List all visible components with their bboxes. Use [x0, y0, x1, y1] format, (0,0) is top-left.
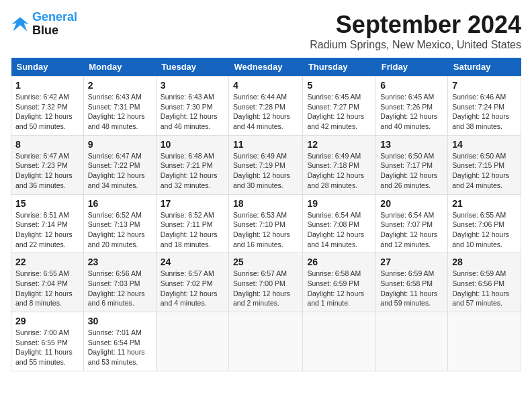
- day-number: 28: [452, 257, 517, 267]
- day-info: Sunrise: 6:48 AM Sunset: 7:21 PM Dayligh…: [161, 151, 224, 191]
- day-number: 29: [15, 316, 79, 326]
- day-info: Sunrise: 6:52 AM Sunset: 7:11 PM Dayligh…: [161, 210, 224, 250]
- calendar-cell: 24 Sunrise: 6:57 AM Sunset: 7:02 PM Dayl…: [156, 253, 228, 312]
- day-number: 4: [233, 80, 298, 91]
- day-info: Sunrise: 6:54 AM Sunset: 7:07 PM Dayligh…: [380, 210, 443, 250]
- calendar-cell: [156, 312, 228, 371]
- day-info: Sunrise: 6:46 AM Sunset: 7:24 PM Dayligh…: [452, 92, 517, 132]
- day-number: 24: [161, 257, 224, 267]
- calendar-cell: 25 Sunrise: 6:57 AM Sunset: 7:00 PM Dayl…: [229, 253, 303, 312]
- calendar-cell: 13 Sunrise: 6:50 AM Sunset: 7:17 PM Dayl…: [376, 135, 448, 194]
- day-number: 6: [380, 80, 443, 91]
- calendar-cell: 7 Sunrise: 6:46 AM Sunset: 7:24 PM Dayli…: [448, 77, 521, 136]
- day-info: Sunrise: 6:45 AM Sunset: 7:27 PM Dayligh…: [307, 92, 371, 132]
- header-friday: Friday: [376, 58, 448, 77]
- calendar-cell: 17 Sunrise: 6:52 AM Sunset: 7:11 PM Dayl…: [156, 194, 228, 253]
- calendar-cell: 5 Sunrise: 6:45 AM Sunset: 7:27 PM Dayli…: [303, 77, 376, 136]
- calendar-cell: [448, 312, 521, 371]
- header-monday: Monday: [83, 58, 156, 77]
- calendar-cell: 11 Sunrise: 6:49 AM Sunset: 7:19 PM Dayl…: [229, 135, 303, 194]
- day-info: Sunrise: 6:57 AM Sunset: 7:02 PM Dayligh…: [161, 269, 224, 308]
- calendar-cell: 14 Sunrise: 6:50 AM Sunset: 7:15 PM Dayl…: [448, 135, 521, 194]
- day-number: 20: [380, 198, 443, 209]
- day-info: Sunrise: 6:49 AM Sunset: 7:18 PM Dayligh…: [307, 151, 371, 191]
- day-info: Sunrise: 6:55 AM Sunset: 7:06 PM Dayligh…: [452, 210, 517, 250]
- calendar-cell: 19 Sunrise: 6:54 AM Sunset: 7:08 PM Dayl…: [303, 194, 376, 253]
- day-info: Sunrise: 7:00 AM Sunset: 6:55 PM Dayligh…: [15, 328, 79, 367]
- header-thursday: Thursday: [303, 58, 376, 77]
- day-info: Sunrise: 6:55 AM Sunset: 7:04 PM Dayligh…: [15, 269, 79, 308]
- calendar-cell: [376, 312, 448, 371]
- day-number: 21: [452, 198, 517, 209]
- calendar-cell: 12 Sunrise: 6:49 AM Sunset: 7:18 PM Dayl…: [303, 135, 376, 194]
- day-number: 1: [15, 80, 79, 91]
- calendar-cell: 3 Sunrise: 6:43 AM Sunset: 7:30 PM Dayli…: [156, 77, 228, 136]
- day-info: Sunrise: 6:43 AM Sunset: 7:31 PM Dayligh…: [88, 92, 152, 132]
- day-info: Sunrise: 6:44 AM Sunset: 7:28 PM Dayligh…: [233, 92, 298, 132]
- calendar-table: SundayMondayTuesdayWednesdayThursdayFrid…: [11, 58, 521, 371]
- day-number: 2: [88, 80, 152, 91]
- day-number: 14: [452, 139, 517, 150]
- calendar-cell: 16 Sunrise: 6:52 AM Sunset: 7:13 PM Dayl…: [83, 194, 156, 253]
- day-number: 22: [15, 257, 79, 267]
- calendar-cell: 22 Sunrise: 6:55 AM Sunset: 7:04 PM Dayl…: [11, 253, 84, 312]
- day-number: 23: [88, 257, 152, 267]
- calendar-cell: 29 Sunrise: 7:00 AM Sunset: 6:55 PM Dayl…: [11, 312, 84, 371]
- calendar-cell: 4 Sunrise: 6:44 AM Sunset: 7:28 PM Dayli…: [229, 77, 303, 136]
- day-info: Sunrise: 6:50 AM Sunset: 7:15 PM Dayligh…: [452, 151, 517, 191]
- day-number: 8: [15, 139, 79, 150]
- calendar-cell: 21 Sunrise: 6:55 AM Sunset: 7:06 PM Dayl…: [448, 194, 521, 253]
- day-number: 15: [15, 198, 79, 209]
- calendar-cell: [229, 312, 303, 371]
- calendar-cell: [303, 312, 376, 371]
- calendar-cell: 28 Sunrise: 6:59 AM Sunset: 6:56 PM Dayl…: [448, 253, 521, 312]
- day-info: Sunrise: 6:49 AM Sunset: 7:19 PM Dayligh…: [233, 151, 298, 191]
- day-info: Sunrise: 6:59 AM Sunset: 6:58 PM Dayligh…: [380, 269, 443, 308]
- day-number: 27: [380, 257, 443, 267]
- calendar-cell: 1 Sunrise: 6:42 AM Sunset: 7:32 PM Dayli…: [11, 77, 84, 136]
- day-number: 13: [380, 139, 443, 150]
- calendar-cell: 2 Sunrise: 6:43 AM Sunset: 7:31 PM Dayli…: [83, 77, 156, 136]
- day-info: Sunrise: 6:57 AM Sunset: 7:00 PM Dayligh…: [233, 269, 298, 308]
- day-number: 5: [307, 80, 371, 91]
- day-number: 9: [88, 139, 152, 150]
- day-info: Sunrise: 6:50 AM Sunset: 7:17 PM Dayligh…: [380, 151, 443, 191]
- week-row-1: 1 Sunrise: 6:42 AM Sunset: 7:32 PM Dayli…: [11, 77, 521, 136]
- logo: General Blue: [11, 11, 77, 38]
- calendar-header-row: SundayMondayTuesdayWednesdayThursdayFrid…: [11, 58, 521, 77]
- page-header: General Blue September 2024 Radium Sprin…: [11, 11, 521, 51]
- calendar-cell: 23 Sunrise: 6:56 AM Sunset: 7:03 PM Dayl…: [83, 253, 156, 312]
- day-info: Sunrise: 6:56 AM Sunset: 7:03 PM Dayligh…: [88, 269, 152, 308]
- calendar-cell: 18 Sunrise: 6:53 AM Sunset: 7:10 PM Dayl…: [229, 194, 303, 253]
- week-row-2: 8 Sunrise: 6:47 AM Sunset: 7:23 PM Dayli…: [11, 135, 521, 194]
- day-info: Sunrise: 7:01 AM Sunset: 6:54 PM Dayligh…: [88, 328, 152, 367]
- header-sunday: Sunday: [11, 58, 84, 77]
- day-number: 25: [233, 257, 298, 267]
- day-info: Sunrise: 6:47 AM Sunset: 7:22 PM Dayligh…: [88, 151, 152, 191]
- calendar-cell: 8 Sunrise: 6:47 AM Sunset: 7:23 PM Dayli…: [11, 135, 84, 194]
- day-info: Sunrise: 6:43 AM Sunset: 7:30 PM Dayligh…: [161, 92, 224, 132]
- calendar-cell: 20 Sunrise: 6:54 AM Sunset: 7:07 PM Dayl…: [376, 194, 448, 253]
- logo-text: General Blue: [32, 11, 77, 38]
- day-info: Sunrise: 6:45 AM Sunset: 7:26 PM Dayligh…: [380, 92, 443, 132]
- calendar-cell: 6 Sunrise: 6:45 AM Sunset: 7:26 PM Dayli…: [376, 77, 448, 136]
- day-info: Sunrise: 6:59 AM Sunset: 6:56 PM Dayligh…: [452, 269, 517, 308]
- day-info: Sunrise: 6:51 AM Sunset: 7:14 PM Dayligh…: [15, 210, 79, 250]
- week-row-3: 15 Sunrise: 6:51 AM Sunset: 7:14 PM Dayl…: [11, 194, 521, 253]
- logo-icon: [11, 15, 30, 34]
- day-number: 18: [233, 198, 298, 209]
- day-info: Sunrise: 6:53 AM Sunset: 7:10 PM Dayligh…: [233, 210, 298, 250]
- header-wednesday: Wednesday: [229, 58, 303, 77]
- calendar-cell: 30 Sunrise: 7:01 AM Sunset: 6:54 PM Dayl…: [83, 312, 156, 371]
- day-number: 12: [307, 139, 371, 150]
- svg-marker-0: [11, 17, 28, 31]
- day-info: Sunrise: 6:42 AM Sunset: 7:32 PM Dayligh…: [15, 92, 79, 132]
- day-info: Sunrise: 6:58 AM Sunset: 6:59 PM Dayligh…: [307, 269, 371, 308]
- header-tuesday: Tuesday: [156, 58, 228, 77]
- day-number: 16: [88, 198, 152, 209]
- day-number: 17: [161, 198, 224, 209]
- day-number: 11: [233, 139, 298, 150]
- day-number: 26: [307, 257, 371, 267]
- subtitle: Radium Springs, New Mexico, United State…: [310, 39, 521, 51]
- day-number: 10: [161, 139, 224, 150]
